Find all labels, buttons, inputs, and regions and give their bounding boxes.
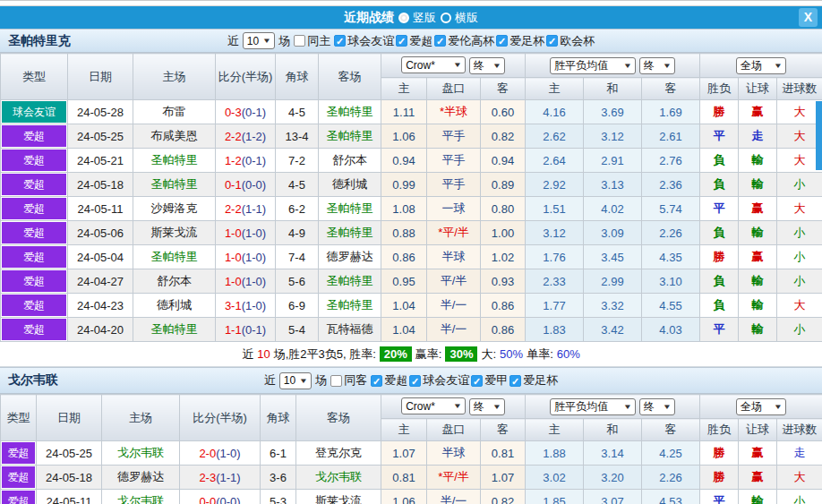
odds-stage-select[interactable]: 终▼ <box>469 398 505 415</box>
score: 1-0(1-0) <box>216 269 276 294</box>
layout-option-label: 横版 <box>455 10 478 26</box>
league-filter[interactable]: ✓球会友谊 <box>409 372 469 389</box>
odds-company-select[interactable]: Crow*▼ <box>401 397 466 414</box>
home-odds: 1.08 <box>381 197 427 221</box>
league-filter[interactable]: ✓球会友谊 <box>334 33 394 49</box>
handicap-result: 輸 <box>739 173 777 197</box>
handicap: 半/一 <box>427 318 481 342</box>
col-score: 比分(半场) <box>180 395 261 441</box>
top-strip <box>0 0 822 6</box>
home-team: 德利城 <box>133 294 216 318</box>
fulltime-score: 1-0 <box>225 251 242 264</box>
home-odds: 1.11 <box>381 100 427 124</box>
league-filter-label: 欧会杯 <box>560 33 595 49</box>
avg-away: 3.10 <box>642 269 700 294</box>
league-cell: 球会友谊 <box>1 100 68 124</box>
league-cell: 爱超 <box>1 173 68 197</box>
handicap: *平/半 <box>427 466 481 490</box>
avg-odds-select[interactable]: 胜平负均值▼ <box>550 398 636 415</box>
league-badge: 爱超 <box>2 442 35 464</box>
fulltime-score: 1-0 <box>225 275 242 288</box>
league-filter[interactable]: ✓欧会杯 <box>546 33 595 49</box>
result: 負 <box>700 269 739 294</box>
layout-option-vertical[interactable]: 竖版 <box>398 10 436 26</box>
away-team: 圣帕特里 <box>319 294 381 318</box>
scope-select[interactable]: 全场▼ <box>736 57 786 74</box>
avg-draw: 3.32 <box>584 294 642 318</box>
score: 2-3(1-1) <box>180 466 261 490</box>
match-count-select[interactable]: 10▼ <box>279 372 312 389</box>
match-date: 24-05-18 <box>37 466 102 490</box>
scrollbar-thumb[interactable] <box>816 101 822 170</box>
home-team: 德罗赫达 <box>102 466 180 490</box>
match-count-select[interactable]: 10▼ <box>243 32 275 49</box>
odds-stage-select[interactable]: 终▼ <box>469 57 505 74</box>
home-odds: 0.95 <box>381 269 427 294</box>
corners: 4-5 <box>276 100 319 124</box>
same-venue-filter[interactable]: 同客 <box>330 372 367 389</box>
league-filter[interactable]: ✓爱伦高杯 <box>434 33 494 49</box>
goals-result: 小 <box>777 318 822 342</box>
goals-result: 大 <box>777 294 822 318</box>
league-filter-label: 爱超 <box>409 33 432 49</box>
odds-company-header: Crow*▼ 终▼ <box>381 54 526 78</box>
avg-odds-header: 胜平负均值▼ 终▼ <box>526 54 700 78</box>
recent-results-popup: 近期战绩 竖版 横版 X 圣帕特里克 近 10▼ 场 同主 ✓球会友谊✓爱超✓ <box>0 0 822 504</box>
corners: 4-9 <box>276 221 319 245</box>
avg-away: 4.25 <box>642 441 700 466</box>
away-odds: 0.86 <box>481 318 526 342</box>
league-filter-label: 爱足杯 <box>523 372 558 389</box>
handicap-result: 赢 <box>739 441 777 466</box>
league-filter[interactable]: ✓爱足杯 <box>509 372 558 389</box>
odds-company-select[interactable]: Crow*▼ <box>401 56 466 73</box>
league-badge: 爱超 <box>2 319 66 340</box>
chevron-down-icon: ▼ <box>453 61 462 69</box>
away-team: 圣帕特里 <box>319 269 381 294</box>
avg-home: 1.77 <box>526 294 584 318</box>
goals-result: 大 <box>777 197 822 221</box>
home-team: 圣帕特里 <box>133 318 216 342</box>
halftime-score: (1-0) <box>242 299 266 312</box>
col-handicap-result: 让球 <box>739 419 777 441</box>
col-avg-draw: 和 <box>584 78 642 100</box>
halftime-score: (0-1) <box>242 323 266 337</box>
col-goals: 进球数 <box>777 419 822 441</box>
same-venue-filter[interactable]: 同主 <box>294 33 330 49</box>
away-odds: 0.89 <box>481 173 526 197</box>
handicap-result: 輸 <box>739 294 777 318</box>
avg-stage-select[interactable]: 终▼ <box>639 398 675 415</box>
league-filter[interactable]: ✓爱足杯 <box>496 33 544 49</box>
checkbox-checked-icon: ✓ <box>409 375 421 387</box>
close-button[interactable]: X <box>799 8 818 27</box>
col-avg-away: 客 <box>642 419 700 441</box>
score: 0-0(0-0) <box>180 490 261 504</box>
match-row: 球会友谊24-05-28布雷0-3(0-1)4-5圣帕特里1.11*半球0.60… <box>1 100 822 124</box>
result: 平 <box>700 197 739 221</box>
handicap: 平手 <box>427 124 481 149</box>
corners: 4-5 <box>276 173 319 197</box>
avg-home: 1.85 <box>526 490 584 504</box>
halftime-score: (1-2) <box>242 130 266 143</box>
home-odds: 1.04 <box>381 294 427 318</box>
league-filter[interactable]: ✓爱超 <box>371 372 407 389</box>
away-team: 德利城 <box>319 173 381 197</box>
league-cell: 爱超 <box>1 490 37 504</box>
league-filter-group: ✓爱超✓球会友谊✓爱甲✓爱足杯 <box>371 372 558 389</box>
away-odds: 0.60 <box>481 100 526 124</box>
league-badge: 球会友谊 <box>2 101 66 123</box>
avg-odds-select[interactable]: 胜平负均值▼ <box>550 57 636 74</box>
scope-select[interactable]: 全场▼ <box>736 398 786 415</box>
avg-draw: 2.91 <box>584 149 642 173</box>
avg-stage-select[interactable]: 终▼ <box>639 57 675 74</box>
col-result: 胜负 <box>700 419 739 441</box>
handicap: *半球 <box>427 100 481 124</box>
avg-away: 4.03 <box>642 318 700 342</box>
result: 平 <box>700 318 739 342</box>
league-filter[interactable]: ✓爱超 <box>396 33 432 49</box>
league-filter[interactable]: ✓爱甲 <box>471 372 508 389</box>
corners: 6-1 <box>261 441 296 466</box>
layout-option-horizontal[interactable]: 横版 <box>441 10 478 26</box>
col-score: 比分(半场) <box>216 54 276 100</box>
avg-away: 4.55 <box>642 294 700 318</box>
summary-record: 场,胜2平3负5, 胜率: <box>274 346 376 363</box>
